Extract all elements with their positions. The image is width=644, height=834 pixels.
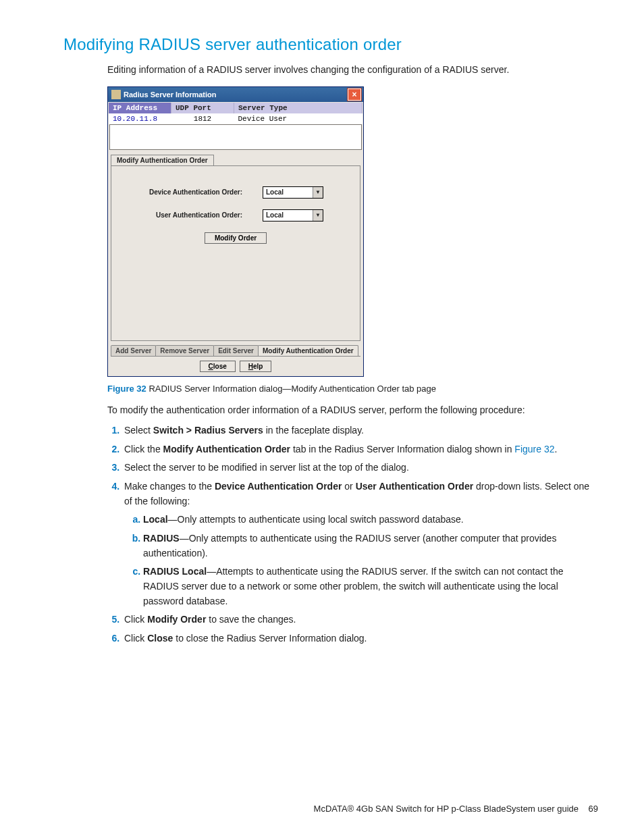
list-item: Click Close to close the Radius Server I… <box>122 631 598 646</box>
tab-remove-server[interactable]: Remove Server <box>155 345 214 356</box>
table-empty-area <box>109 124 362 150</box>
intro-text: Editing information of a RADIUS server i… <box>107 63 598 77</box>
list-item: Local—Only attempts to authenticate usin… <box>143 513 598 527</box>
page-number: 69 <box>589 804 598 814</box>
tab-modify-auth[interactable]: Modify Authentication Order <box>258 345 358 356</box>
chevron-down-icon: ▼ <box>313 187 323 198</box>
caption-text: RADIUS Server Information dialog—Modify … <box>146 384 436 394</box>
list-item: Select the server to be modified in serv… <box>122 461 598 475</box>
procedure-list: Select Switch > Radius Servers in the fa… <box>107 423 598 646</box>
options-sublist: Local—Only attempts to authenticate usin… <box>131 513 598 608</box>
list-item: Click Modify Order to save the changes. <box>122 613 598 627</box>
radius-dialog: Radius Server Information × IP Address U… <box>107 86 364 377</box>
chevron-down-icon: ▼ <box>313 210 323 221</box>
page-title: Modifying RADIUS server authentication o… <box>63 35 598 54</box>
tab-add-server[interactable]: Add Server <box>111 345 156 356</box>
figure-label: Figure 32 <box>107 384 146 394</box>
list-item: RADIUS Local—Attempts to authenticate us… <box>143 565 598 608</box>
device-auth-value: Local <box>266 188 284 196</box>
footer-text: McDATA® 4Gb SAN Switch for HP p-Class Bl… <box>314 804 579 814</box>
panel-tab-modify: Modify Authentication Order <box>111 155 214 165</box>
list-item: RADIUS—Only attempts to authenticate usi… <box>143 531 598 561</box>
col-ip[interactable]: IP Address <box>109 103 171 113</box>
page-footer: McDATA® 4Gb SAN Switch for HP p-Class Bl… <box>314 804 598 814</box>
procedure-lead: To modify the authentication order infor… <box>107 403 598 417</box>
tab-edit-server[interactable]: Edit Server <box>213 345 259 356</box>
list-item: Click the Modify Authentication Order ta… <box>122 442 598 457</box>
user-auth-value: Local <box>266 211 284 219</box>
figure-caption: Figure 32 RADIUS Server Information dial… <box>107 384 598 394</box>
help-button[interactable]: Help <box>240 361 272 372</box>
cell-ip: 10.20.11.8 <box>109 113 171 124</box>
cell-type: Device User <box>234 113 363 124</box>
list-item: Make changes to the Device Authenticatio… <box>122 479 598 609</box>
tab-panel: Device Authentication Order: Local ▼ Use… <box>111 165 360 341</box>
close-icon[interactable]: × <box>348 88 361 101</box>
dialog-titlebar: Radius Server Information × <box>108 87 363 102</box>
window-icon <box>111 90 121 99</box>
user-auth-label: User Authentication Order: <box>121 211 263 219</box>
list-item: Select Switch > Radius Servers in the fa… <box>122 423 598 438</box>
user-auth-select[interactable]: Local ▼ <box>263 209 323 221</box>
modify-order-button[interactable]: Modify Order <box>205 232 267 244</box>
table-row[interactable]: 10.20.11.8 1812 Device User <box>109 113 363 124</box>
cell-port: 1812 <box>171 113 234 124</box>
col-port[interactable]: UDP Port <box>171 103 234 113</box>
server-table: IP Address UDP Port Server Type 10.20.11… <box>109 103 363 124</box>
device-auth-select[interactable]: Local ▼ <box>263 186 323 199</box>
close-button[interactable]: Close <box>200 361 236 372</box>
figure-32-link[interactable]: Figure 32 <box>514 444 554 454</box>
dialog-title: Radius Server Information <box>124 90 217 99</box>
device-auth-label: Device Authentication Order: <box>121 188 263 196</box>
col-type[interactable]: Server Type <box>234 103 363 113</box>
figure-32: Radius Server Information × IP Address U… <box>107 86 598 377</box>
